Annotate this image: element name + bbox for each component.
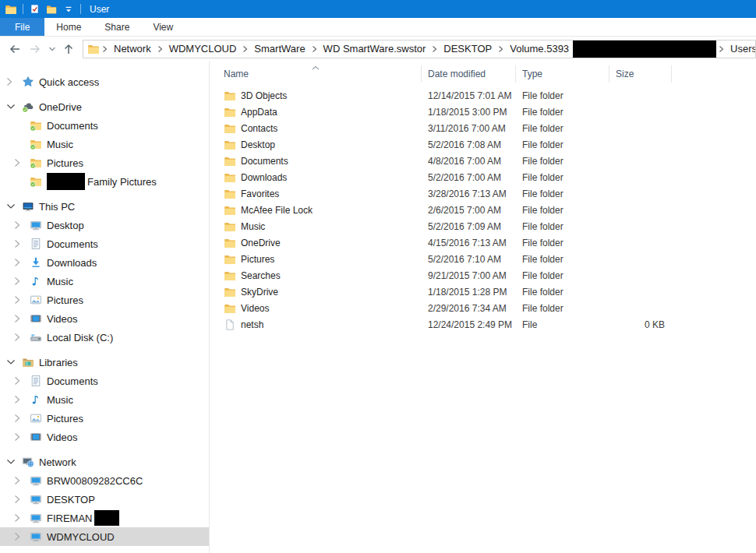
sidebar-item-network[interactable]: Network xyxy=(0,453,209,471)
expander-collapsed-icon[interactable] xyxy=(14,409,30,428)
qat-new-folder-icon[interactable] xyxy=(44,2,58,16)
expander-expanded-icon[interactable] xyxy=(6,97,22,116)
file-row[interactable]: netsh12/24/2015 2:49 PMFile0 KB xyxy=(210,316,756,333)
qat-customize-toolbar-icon[interactable] xyxy=(62,2,76,16)
sidebar-item-local-disk-c[interactable]: Local Disk (C:) xyxy=(0,328,209,347)
sidebar-item-music[interactable]: Music xyxy=(0,390,209,409)
local-disk-icon xyxy=(30,331,42,343)
file-name: SkyDrive xyxy=(241,287,278,298)
sidebar-item-music[interactable]: Music xyxy=(0,135,209,153)
expander-collapsed-icon[interactable] xyxy=(14,509,30,527)
file-name-cell: Searches xyxy=(210,269,422,282)
back-arrow-icon[interactable] xyxy=(8,43,22,55)
file-row[interactable]: Documents4/8/2016 7:00 AMFile folder xyxy=(210,153,756,169)
breadcrumb-volume-5393[interactable]: Volume.5393 xyxy=(506,43,573,55)
expander-collapsed-icon[interactable] xyxy=(14,390,30,409)
forward-arrow-icon[interactable] xyxy=(28,43,42,55)
sidebar-item-desktop[interactable]: Desktop xyxy=(0,216,209,234)
file-row[interactable]: Contacts3/11/2016 7:00 AMFile folder xyxy=(210,120,756,136)
expander-collapsed-icon[interactable] xyxy=(14,253,30,272)
libraries-icon xyxy=(22,356,34,368)
tab-home[interactable]: Home xyxy=(44,18,93,36)
file-name: Contacts xyxy=(241,123,277,134)
breadcrumb-smartware[interactable]: SmartWare xyxy=(250,43,309,55)
expander-collapsed-icon[interactable] xyxy=(14,153,30,172)
file-name-cell: netsh xyxy=(210,319,422,331)
file-row[interactable]: McAfee File Lock2/6/2015 7:00 AMFile fol… xyxy=(210,202,756,218)
column-header-size[interactable]: Size xyxy=(609,65,672,83)
sidebar-item-onedrive[interactable]: OneDrive xyxy=(0,97,209,116)
file-row[interactable]: Pictures5/2/2016 7:10 AMFile folder xyxy=(210,251,756,267)
file-row[interactable]: Desktop5/2/2016 7:08 AMFile folder xyxy=(210,136,756,153)
column-header-label: Date modified xyxy=(422,69,486,79)
file-row[interactable]: Searches9/21/2015 7:00 AMFile folder xyxy=(210,267,756,284)
address-bar[interactable]: NetworkWDMYCLOUDSmartWareWD SmartWare.sw… xyxy=(83,40,756,58)
column-header-type[interactable]: Type xyxy=(516,65,609,83)
file-row[interactable]: AppData1/18/2015 3:00 PMFile folder xyxy=(210,104,756,120)
sidebar-item-pictures[interactable]: Pictures xyxy=(0,291,209,309)
sidebar-item-family-pictures[interactable]: Family Pictures xyxy=(0,172,209,191)
expander-expanded-icon[interactable] xyxy=(6,453,22,471)
sidebar-item-videos[interactable]: Videos xyxy=(0,309,209,328)
breadcrumb-network[interactable]: Network xyxy=(110,43,155,55)
expander-collapsed-icon[interactable] xyxy=(14,471,30,490)
expander-collapsed-icon[interactable] xyxy=(14,291,30,309)
expander-collapsed-icon[interactable] xyxy=(14,272,30,291)
sidebar-item-downloads[interactable]: Downloads xyxy=(0,253,209,272)
file-type: File folder xyxy=(516,205,609,216)
sidebar-item-documents[interactable]: Documents xyxy=(0,372,209,390)
music-note-icon xyxy=(30,275,42,287)
breadcrumb-wdmycloud[interactable]: WDMYCLOUD xyxy=(165,43,241,55)
sidebar-item-music[interactable]: Music xyxy=(0,272,209,291)
navigation-pane: Quick accessOneDriveDocumentsMusicPictur… xyxy=(0,61,210,553)
expander-expanded-icon[interactable] xyxy=(6,353,22,372)
recent-locations-dropdown-icon[interactable] xyxy=(48,46,56,52)
expander-collapsed-icon[interactable] xyxy=(14,527,30,546)
sidebar-item-pictures[interactable]: Pictures xyxy=(0,409,209,428)
breadcrumb-desktop[interactable]: DESKTOP xyxy=(440,43,496,55)
sidebar-item-label: OneDrive xyxy=(39,101,82,113)
file-row[interactable]: 3D Objects12/14/2015 7:01 AMFile folder xyxy=(210,87,756,104)
expander-collapsed-icon[interactable] xyxy=(14,428,30,446)
expander-collapsed-icon[interactable] xyxy=(14,490,30,509)
sidebar-item-wdmycloud[interactable]: WDMYCLOUD xyxy=(0,527,209,546)
column-header-date-modified[interactable]: Date modified xyxy=(422,65,516,83)
breadcrumb-wd-smartware-swstor[interactable]: WD SmartWare.swstor xyxy=(320,43,430,55)
breadcrumb-users[interactable]: Users xyxy=(726,43,756,55)
sidebar-item-brw00809282cc6c[interactable]: BRW00809282CC6C xyxy=(0,471,209,490)
file-list: 3D Objects12/14/2015 7:01 AMFile folderA… xyxy=(210,87,756,333)
file-type: File folder xyxy=(516,238,609,248)
file-row[interactable]: Videos2/29/2016 7:34 AMFile folder xyxy=(210,300,756,316)
sidebar-item-pictures[interactable]: Pictures xyxy=(0,153,209,172)
expander-collapsed-icon[interactable] xyxy=(14,234,30,253)
sidebar-item-fireman[interactable]: FIREMAN xyxy=(0,509,209,527)
sidebar-item-desktop[interactable]: DESKTOP xyxy=(0,490,209,509)
file-row[interactable]: SkyDrive1/18/2015 1:28 PMFile folder xyxy=(210,284,756,300)
file-row[interactable]: Favorites3/28/2016 7:13 AMFile folder xyxy=(210,185,756,202)
tab-view[interactable]: View xyxy=(141,18,185,36)
file-row[interactable]: Music5/2/2016 7:09 AMFile folder xyxy=(210,218,756,234)
file-name-cell: Documents xyxy=(210,155,422,167)
sidebar-item-documents[interactable]: Documents xyxy=(0,234,209,253)
file-size: 0 KB xyxy=(609,319,672,330)
column-header-name[interactable]: Name xyxy=(210,65,422,83)
sidebar-item-label: Pictures xyxy=(47,413,83,424)
file-row[interactable]: Downloads5/2/2016 7:00 AMFile folder xyxy=(210,169,756,185)
sidebar-item-this-pc[interactable]: This PC xyxy=(0,197,209,216)
up-arrow-icon[interactable] xyxy=(62,43,75,55)
expander-collapsed-icon[interactable] xyxy=(6,72,22,91)
tab-file[interactable]: File xyxy=(0,18,44,36)
expander-collapsed-icon[interactable] xyxy=(14,309,30,328)
expander-collapsed-icon[interactable] xyxy=(14,372,30,390)
sidebar-item-quick-access[interactable]: Quick access xyxy=(0,72,209,91)
sidebar-item-documents[interactable]: Documents xyxy=(0,116,209,135)
expander-collapsed-icon[interactable] xyxy=(14,216,30,234)
sidebar-item-libraries[interactable]: Libraries xyxy=(0,353,209,372)
tab-share[interactable]: Share xyxy=(93,18,141,36)
expander-expanded-icon[interactable] xyxy=(6,197,22,216)
expander-collapsed-icon[interactable] xyxy=(14,328,30,347)
sidebar-item-videos[interactable]: Videos xyxy=(0,428,209,446)
qat-properties-icon[interactable] xyxy=(27,2,41,16)
file-row[interactable]: OneDrive4/15/2016 7:13 AMFile folder xyxy=(210,234,756,251)
folder-icon xyxy=(224,188,236,200)
